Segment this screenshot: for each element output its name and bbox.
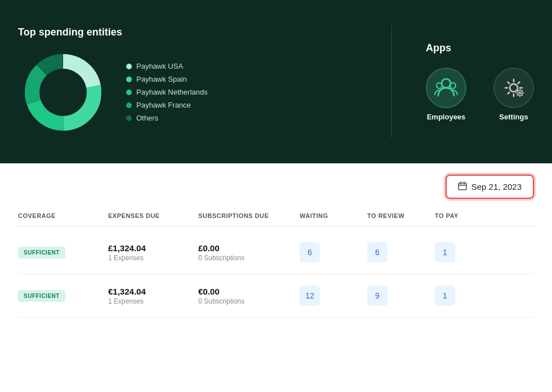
legend-dot-3	[126, 90, 132, 95]
apps-icons-row: Employees Settings	[426, 68, 534, 121]
col-to-review: TO REVIEW	[367, 212, 435, 219]
coverage-badge-1: SUFFICIENT	[18, 247, 108, 259]
to-pay-cell-2: 1	[435, 286, 491, 306]
svg-point-9	[450, 83, 456, 88]
employees-label: Employees	[427, 113, 466, 121]
settings-label: Settings	[499, 113, 528, 121]
col-to-pay: TO PAY	[435, 212, 491, 219]
app-item-settings[interactable]: Settings	[493, 68, 534, 121]
table-header: COVERAGE EXPENSES DUE SUBSCRIPTIONS DUE …	[18, 212, 534, 226]
donut-chart	[18, 47, 108, 137]
legend-item-4: Payhawk France	[126, 101, 207, 109]
svg-point-8	[437, 83, 442, 88]
coverage-badge-2: SUFFICIENT	[18, 290, 108, 302]
calendar-icon	[458, 181, 467, 192]
apps-section: Apps Employees	[426, 42, 534, 121]
to-review-cell-1: 6	[367, 242, 435, 262]
top-panel: Top spending entities	[0, 0, 552, 163]
legend: Payhawk USA Payhawk Spain Payhawk Nether…	[126, 62, 207, 122]
to-pay-cell-1: 1	[435, 242, 491, 262]
table-row: SUFFICIENT €1,324.04 1 Expenses €0.00 0 …	[18, 274, 534, 318]
expenses-cell-2: €1,324.04 1 Expenses	[108, 287, 198, 305]
app-item-employees[interactable]: Employees	[426, 68, 466, 121]
svg-point-12	[519, 92, 522, 95]
legend-item-1: Payhawk USA	[126, 62, 207, 70]
date-picker-button[interactable]: Sep 21, 2023	[446, 175, 534, 199]
date-row: Sep 21, 2023	[18, 175, 534, 199]
apps-title: Apps	[426, 42, 451, 54]
table-row: SUFFICIENT £1,324.04 1 Expenses £0.00 0 …	[18, 231, 534, 274]
settings-icon-circle	[493, 68, 534, 108]
legend-dot-5	[126, 115, 132, 121]
svg-point-7	[442, 79, 451, 88]
divider-vertical	[391, 25, 392, 138]
legend-item-5: Others	[126, 114, 207, 122]
to-review-cell-2: 9	[367, 286, 435, 306]
waiting-cell-2: 12	[300, 286, 367, 306]
date-label: Sep 21, 2023	[471, 182, 522, 191]
expenses-cell-1: £1,324.04 1 Expenses	[108, 243, 198, 262]
subscriptions-cell-1: £0.00 0 Subscriptions	[198, 243, 300, 262]
bottom-panel: Sep 21, 2023 COVERAGE EXPENSES DUE SUBSC…	[0, 163, 552, 392]
subscriptions-cell-2: €0.00 0 Subscriptions	[198, 287, 300, 305]
col-subscriptions-due: SUBSCRIPTIONS DUE	[198, 212, 300, 219]
col-expenses-due: EXPENSES DUE	[108, 212, 198, 219]
legend-item-3: Payhawk Netherlands	[126, 88, 207, 96]
legend-dot-4	[126, 103, 132, 108]
col-waiting: WAITING	[300, 212, 367, 219]
employees-icon-circle	[426, 68, 466, 108]
section-title: Top spending entities	[18, 26, 207, 38]
legend-dot-2	[126, 77, 132, 82]
col-coverage: COVERAGE	[18, 212, 108, 219]
legend-item-2: Payhawk Spain	[126, 75, 207, 83]
svg-point-6	[42, 71, 84, 114]
waiting-cell-1: 6	[300, 242, 367, 262]
svg-rect-13	[458, 183, 466, 190]
svg-point-10	[510, 84, 518, 92]
legend-dot-1	[126, 64, 132, 69]
chart-section: Top spending entities	[18, 26, 358, 137]
